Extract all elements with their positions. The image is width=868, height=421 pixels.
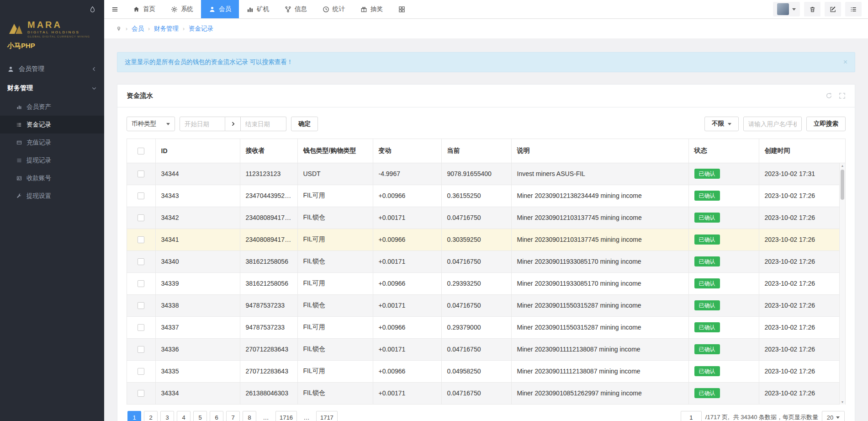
apps-grid-button[interactable]: [391, 0, 413, 18]
tab-home[interactable]: 首页: [125, 0, 163, 18]
row-checkbox[interactable]: [138, 390, 144, 397]
edit-button[interactable]: [825, 2, 841, 16]
sidebar-nav: 会员管理 财务管理 会员资产 资金记录: [0, 59, 104, 208]
page-size-select[interactable]: 20: [822, 411, 845, 421]
sidebar-item-finance-management[interactable]: 财务管理: [0, 79, 104, 98]
row-checkbox[interactable]: [138, 302, 144, 309]
row-checkbox[interactable]: [138, 280, 144, 287]
droplet-icon[interactable]: [89, 6, 96, 13]
select-all-checkbox[interactable]: [138, 148, 144, 155]
username-search-input[interactable]: [743, 117, 802, 131]
search-group: 不限 立即搜索: [704, 117, 846, 131]
breadcrumb-link-fund-records[interactable]: 资金记录: [189, 25, 213, 33]
page-button[interactable]: 7: [226, 411, 240, 421]
cell-receiver: 261388046303: [240, 382, 297, 404]
tab-statistics[interactable]: 统计: [315, 0, 353, 18]
sidebar-toggle-button[interactable]: [104, 0, 125, 18]
info-alert-text: 这里显示的是所有会员的钱包的资金流水记录 可以搜索查看！: [125, 58, 293, 66]
gear-icon: [171, 6, 178, 13]
main-area: 首页 系统 会员 矿机 信息: [104, 0, 868, 421]
confirm-button[interactable]: 确定: [291, 117, 318, 131]
row-checkbox[interactable]: [138, 171, 144, 177]
clear-cache-button[interactable]: [804, 2, 820, 16]
list-icon: [16, 122, 22, 128]
cell-receiver: 2347044395299: [240, 185, 297, 207]
date-range-arrow-button[interactable]: [225, 117, 241, 131]
status-badge: 已确认: [694, 169, 720, 179]
breadcrumb-link-finance[interactable]: 财务管理: [154, 25, 179, 33]
cell-wallet-type: FIL可用: [297, 360, 373, 382]
row-checkbox[interactable]: [138, 258, 144, 265]
close-icon[interactable]: ×: [843, 59, 847, 66]
tab-system[interactable]: 系统: [163, 0, 201, 18]
page-button[interactable]: 3: [160, 411, 174, 421]
card-title: 资金流水: [127, 91, 153, 100]
tab-lottery[interactable]: 抽奖: [353, 0, 391, 18]
fund-flow-card: 资金流水 币种类型: [117, 84, 855, 421]
app-root: MARA DIGITAL HOLDINGS GLOBAL DIGITAL CUR…: [0, 0, 868, 421]
limit-filter-dropdown[interactable]: 不限: [704, 117, 739, 131]
sidebar-item-member-management[interactable]: 会员管理: [0, 59, 104, 79]
scrollbar-thumb[interactable]: [841, 170, 844, 200]
page-button[interactable]: 8: [243, 411, 256, 421]
sidebar-item-fund-records[interactable]: 资金记录: [0, 116, 104, 133]
top-nav: 首页 系统 会员 矿机 信息: [125, 0, 413, 18]
search-button[interactable]: 立即搜索: [806, 117, 846, 131]
user-menu[interactable]: [773, 2, 800, 16]
coin-type-select[interactable]: 币种类型: [127, 117, 175, 131]
breadcrumb-link-members[interactable]: 会员: [132, 25, 144, 33]
hamburger-icon: [111, 6, 118, 13]
page-button[interactable]: 1: [127, 411, 141, 421]
caret-down-icon: [792, 8, 796, 11]
page-button[interactable]: 5: [193, 411, 207, 421]
info-alert: 这里显示的是所有会员的钱包的资金流水记录 可以搜索查看！ ×: [117, 52, 855, 72]
pagination-total-pages: /1717 页,: [705, 413, 730, 421]
column-header-description: 说明: [511, 139, 688, 163]
page-ellipsis: …: [259, 411, 273, 421]
cell-created-at: 2023-10-02 17:26: [759, 207, 845, 229]
expand-icon[interactable]: [839, 92, 846, 99]
page-button[interactable]: 6: [210, 411, 223, 421]
column-header-receiver: 接收者: [240, 139, 297, 163]
row-checkbox[interactable]: [138, 368, 144, 375]
page-button[interactable]: 1716: [275, 411, 297, 421]
column-header-wallet-type: 钱包类型/购物类型: [297, 139, 373, 163]
cell-current: 0.04716750: [441, 207, 511, 229]
finance-submenu: 会员资产 资金记录 充值记录 提现记录 收款账号: [0, 98, 104, 208]
scroll-down-arrow[interactable]: ▼: [840, 400, 845, 404]
status-badge: 已确认: [694, 256, 720, 266]
page-jump-input[interactable]: [681, 411, 702, 421]
tab-messages[interactable]: 信息: [277, 0, 315, 18]
site-name: 小马PHP: [7, 42, 98, 50]
sidebar-item-recharge-records[interactable]: 充值记录: [0, 133, 104, 151]
sidebar-item-member-assets[interactable]: 会员资产: [0, 98, 104, 116]
refresh-icon[interactable]: [826, 92, 832, 99]
page-button[interactable]: 2: [144, 411, 158, 421]
sidebar-item-withdraw-records[interactable]: 提现记录: [0, 151, 104, 169]
table-scrollbar[interactable]: ▲ ▼: [839, 163, 845, 405]
start-date-input[interactable]: [180, 117, 225, 131]
row-checkbox[interactable]: [138, 214, 144, 221]
row-checkbox[interactable]: [138, 324, 144, 331]
cell-description: Invest miners ASUS-FIL: [511, 163, 688, 185]
row-checkbox[interactable]: [138, 192, 144, 199]
cell-id: 34341: [155, 229, 240, 250]
cell-receiver: 381621258056: [240, 250, 297, 272]
log-list-button[interactable]: [845, 2, 862, 16]
page-button[interactable]: 4: [177, 411, 191, 421]
row-checkbox[interactable]: [138, 346, 144, 353]
tab-members[interactable]: 会员: [201, 0, 239, 18]
tab-miners[interactable]: 矿机: [239, 0, 277, 18]
sidebar-item-payment-accounts[interactable]: 收款账号: [0, 169, 104, 187]
sidebar-item-withdraw-settings[interactable]: 提现设置: [0, 187, 104, 205]
cell-change: +0.00966: [373, 272, 441, 294]
scroll-up-arrow[interactable]: ▲: [840, 164, 845, 167]
cell-current: 0.04716750: [441, 250, 511, 272]
page-button[interactable]: 1717: [316, 411, 338, 421]
row-checkbox[interactable]: [138, 236, 144, 243]
card-header: 资金流水: [117, 85, 855, 107]
end-date-input[interactable]: [241, 117, 286, 131]
brand-logo-icon: [7, 21, 24, 37]
pagination-info: /1717 页, 共 34340 条数据，每页显示数量 20: [681, 411, 845, 421]
cell-description: Miner 202309012138234449 mining income: [511, 185, 688, 207]
